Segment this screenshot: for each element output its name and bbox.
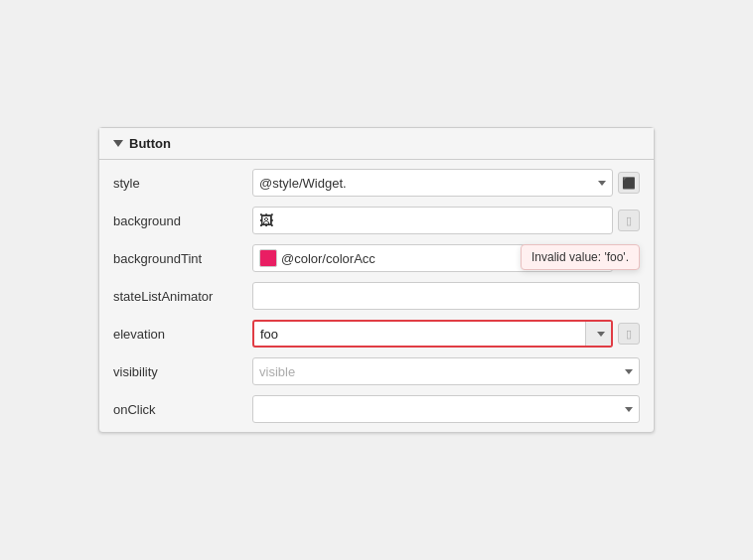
style-settings-icon: ⬛ — [622, 177, 636, 190]
statelistanimator-control: Invalid value: 'foo'. — [252, 282, 640, 310]
background-label: background — [113, 213, 252, 228]
style-control: @style/Widget. ⬛ — [252, 169, 640, 197]
style-select[interactable]: @style/Widget. — [252, 169, 613, 197]
tooltip-text: Invalid value: 'foo'. — [531, 250, 629, 264]
onclick-dropdown-arrow-icon — [625, 407, 633, 412]
statelistanimator-row: stateListAnimator Invalid value: 'foo'. — [99, 277, 654, 315]
style-dropdown-arrow-icon — [598, 181, 606, 186]
backgroundtint-swatch — [259, 249, 277, 267]
visibility-value: visible — [259, 364, 621, 379]
elevation-input-wrapper — [252, 320, 613, 348]
onclick-row: onClick — [99, 390, 654, 428]
collapse-icon[interactable] — [113, 140, 123, 147]
visibility-select[interactable]: visible — [252, 357, 640, 385]
style-row: style @style/Widget. ⬛ — [99, 164, 654, 202]
onclick-label: onClick — [113, 402, 252, 417]
style-settings-btn[interactable]: ⬛ — [618, 172, 640, 194]
properties-rows: style @style/Widget. ⬛ background 🖼 ▯ — [99, 160, 654, 432]
elevation-settings-icon: ▯ — [626, 328, 632, 341]
elevation-dropdown-arrow-icon — [597, 332, 605, 337]
background-settings-icon: ▯ — [626, 214, 632, 227]
panel-header: Button — [99, 128, 654, 160]
backgroundtint-label: backgroundTint — [113, 251, 252, 266]
invalid-value-tooltip: Invalid value: 'foo'. — [521, 244, 640, 270]
background-value: 🖼 — [259, 212, 606, 228]
background-row: background 🖼 ▯ — [99, 202, 654, 239]
visibility-row: visibility visible — [99, 352, 654, 390]
elevation-dropdown-btn[interactable] — [585, 322, 611, 346]
panel-title: Button — [129, 136, 171, 151]
statelistanimator-label: stateListAnimator — [113, 289, 252, 304]
elevation-label: elevation — [113, 327, 252, 342]
elevation-settings-btn[interactable]: ▯ — [618, 323, 640, 345]
onclick-control — [252, 395, 640, 423]
elevation-control: ▯ — [252, 320, 640, 348]
background-select[interactable]: 🖼 — [252, 207, 613, 234]
background-settings-btn[interactable]: ▯ — [618, 210, 640, 231]
properties-panel: Button style @style/Widget. ⬛ background… — [98, 127, 655, 433]
elevation-row: elevation ▯ — [99, 315, 654, 352]
background-control: 🖼 ▯ — [252, 207, 640, 234]
style-value: @style/Widget. — [259, 176, 594, 191]
onclick-select[interactable] — [252, 395, 640, 423]
visibility-control: visible — [252, 357, 640, 385]
elevation-input[interactable] — [254, 324, 585, 345]
visibility-label: visibility — [113, 364, 252, 379]
style-label: style — [113, 176, 252, 191]
visibility-dropdown-arrow-icon — [625, 369, 633, 374]
statelistanimator-input[interactable] — [252, 282, 640, 310]
